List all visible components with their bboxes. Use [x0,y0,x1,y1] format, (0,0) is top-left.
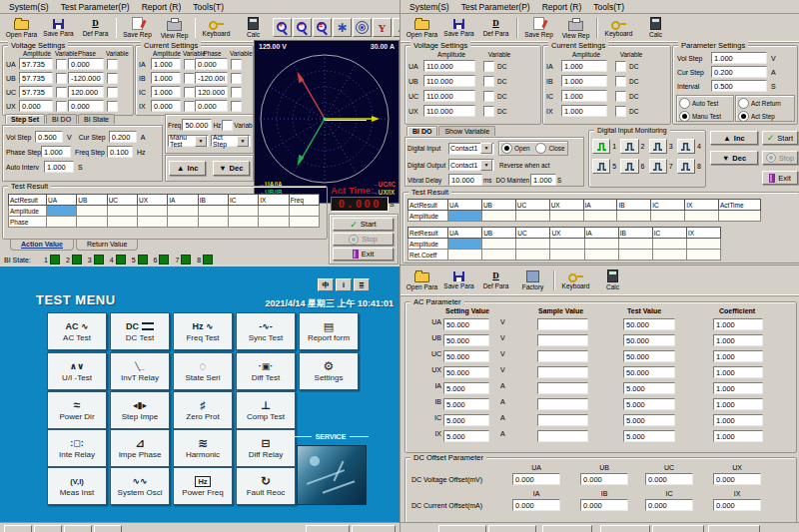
factory-button[interactable]: Factory [514,267,551,292]
ub-dc-checkbox[interactable] [483,76,494,87]
ix-test-input[interactable] [623,430,675,442]
save-para-button[interactable]: Save Para [440,15,477,40]
di-channel-7-button[interactable] [649,159,667,174]
auto-test-radio[interactable] [679,98,690,109]
tile-dc-test[interactable]: DC Test [110,312,170,350]
ic-amp-variable-checkbox[interactable] [184,87,195,98]
wye-connection-button[interactable] [373,18,392,37]
ub-coeff-input[interactable] [713,334,763,346]
interval-input[interactable] [711,80,767,92]
menu-test-parameter[interactable]: Test Parameter(P) [456,2,535,12]
ua-setting-input[interactable] [443,318,489,330]
partial-button[interactable] [542,525,592,532]
partial-button[interactable] [352,525,396,532]
tile-power-freq[interactable]: Power Freq [173,467,233,505]
cur-step-input[interactable] [109,131,137,143]
ia-amp-variable-checkbox[interactable] [184,59,195,70]
tile-state-seri[interactable]: State Seri [173,352,233,390]
def-para-button[interactable]: Def Para [477,267,514,292]
ua-phase-variable-checkbox[interactable] [107,59,118,70]
calc-button[interactable]: Calc [637,15,674,40]
tile-diff-test[interactable]: Diff Test [236,352,296,390]
save-para-button[interactable]: Save Para [40,15,77,40]
ib-phase-variable-checkbox[interactable] [231,73,242,84]
ux-setting-input[interactable] [443,366,489,378]
ua-sample-input[interactable] [537,318,588,330]
zoom-out-button[interactable] [293,18,312,37]
uc-amplitude-input[interactable] [423,90,475,102]
di-channel-5-button[interactable] [592,159,610,174]
ub-phase-variable-checkbox[interactable] [107,73,118,84]
language-button[interactable]: 中 [318,278,334,291]
uc-coeff-input[interactable] [713,350,763,362]
partial-button[interactable] [488,525,536,532]
keyboard-button[interactable]: Keyboard [557,267,594,292]
ic-amplitude-input[interactable] [561,90,607,102]
delta-connection-button[interactable] [393,18,400,37]
inc-button[interactable]: ▲Inc [169,161,206,176]
ib-dc-checkbox[interactable] [615,76,626,87]
freq-variable-checkbox[interactable] [222,120,233,131]
def-para-button[interactable]: Def Para [477,15,514,40]
di-channel-8-button[interactable] [677,159,695,174]
ib-coeff-input[interactable] [713,398,763,410]
dc-voltage-offset-uc-input[interactable] [645,473,693,485]
ix-phase-input[interactable] [195,100,228,112]
menu-test-parameter[interactable]: Test Parameter(P) [56,2,135,12]
view-rep-button[interactable]: View Rep [156,15,193,40]
ia-phase-input[interactable] [195,58,228,70]
ua-amp-variable-checkbox[interactable] [56,59,67,70]
uc-amplitude-input[interactable] [19,86,53,98]
ic-amplitude-input[interactable] [151,86,181,98]
exit-button[interactable]: Exit [333,248,394,261]
tile-zero-prot[interactable]: Zero Prot [173,391,233,429]
tab-bi-state[interactable]: BI State [78,114,115,124]
ia-amplitude-input[interactable] [561,60,607,72]
ux-amp-variable-checkbox[interactable] [56,101,67,112]
dc-voltage-offset-ua-input[interactable] [512,473,560,485]
inc-button[interactable]: ▲Inc [710,131,758,145]
ix-amp-variable-checkbox[interactable] [184,101,195,112]
start-button[interactable]: ✓Start [762,131,798,145]
partial-button[interactable] [652,525,704,532]
ix-phase-variable-checkbox[interactable] [231,101,242,112]
ic-sample-input[interactable] [537,414,588,426]
stop-button[interactable]: Stop [333,233,394,246]
di-channel-1-button[interactable] [592,139,610,154]
test-mode-select[interactable]: Manu Test [168,135,209,147]
menu-report[interactable]: Report (R) [137,2,187,12]
menu-system[interactable]: System(S) [4,2,54,12]
dc-current-offset-ib-input[interactable] [580,499,628,511]
tile-power-dir[interactable]: Power Dir [47,391,107,429]
partial-button[interactable] [34,525,62,532]
tab-return-value[interactable]: Return Value [76,240,138,251]
open-radio[interactable] [501,143,512,154]
tile-report-form[interactable]: Report form [299,312,359,350]
save-rep-button[interactable]: Save Rep [520,15,557,40]
tab-step-set[interactable]: Step Set [5,114,45,124]
ic-coeff-input[interactable] [713,414,763,426]
calc-button[interactable]: Calc [594,267,631,292]
dc-current-offset-ix-input[interactable] [713,499,761,511]
tile-ui-test[interactable]: U/I -Test [47,352,107,390]
open-para-button[interactable]: Open Para [403,267,440,292]
ia-phase-variable-checkbox[interactable] [231,59,242,70]
rings-view-button[interactable] [353,18,372,37]
dec-button[interactable]: ▼Dec [213,161,250,176]
act-mode-select[interactable]: Act Step [211,135,251,147]
tab-action-value[interactable]: Action Value [10,240,74,251]
tab-show-variable[interactable]: Show Variable [438,126,495,136]
close-radio[interactable] [535,143,546,154]
zoom-fit-button[interactable] [313,18,332,37]
do-maintain-input[interactable] [530,174,556,186]
partial-button[interactable] [4,525,32,532]
uc-setting-input[interactable] [443,350,489,362]
open-para-button[interactable]: Open Para [3,15,40,40]
ua-coeff-input[interactable] [713,318,763,330]
ix-amplitude-input[interactable] [151,100,181,112]
exit-button[interactable]: Exit [762,171,798,185]
ua-amplitude-input[interactable] [423,60,475,72]
ib-sample-input[interactable] [537,398,588,410]
dc-current-offset-ic-input[interactable] [645,499,693,511]
start-button[interactable]: ✓Start [333,218,394,231]
